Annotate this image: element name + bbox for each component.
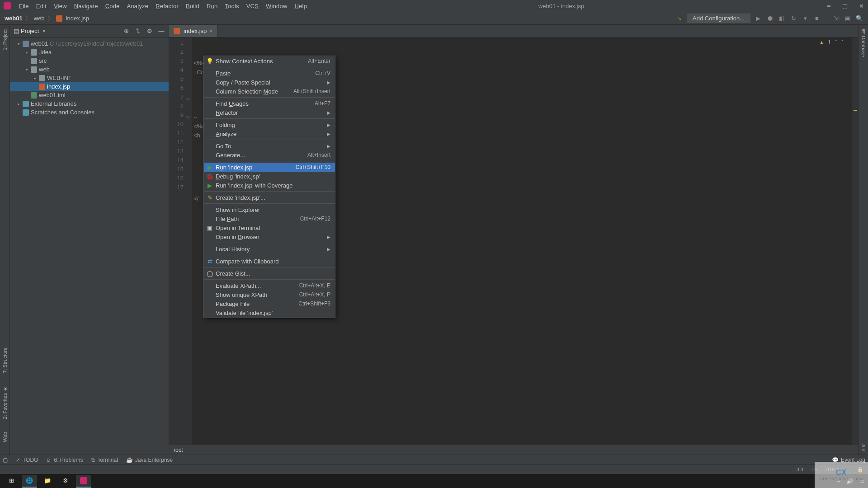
tree-row-web[interactable]: ▾web	[10, 65, 169, 74]
debug-icon: 🐞	[207, 173, 213, 179]
ctx-package-file[interactable]: Package FileCtrl+Shift+F9	[204, 299, 335, 308]
close-icon[interactable]: ✕	[858, 3, 864, 9]
marker-bar[interactable]	[852, 38, 858, 445]
ctx-open-in-browser[interactable]: Open in Browser▶	[204, 232, 335, 241]
profile-icon[interactable]: ↻	[789, 14, 797, 23]
web-tab[interactable]: Web	[1, 429, 9, 445]
ctx-find-usages[interactable]: Find UsagesAlt+F7	[204, 99, 335, 108]
ctx-show-unique-xpath[interactable]: Show unique XPathCtrl+Alt+X, P	[204, 290, 335, 299]
ctx-generate-[interactable]: Generate...Alt+Insert	[204, 150, 335, 160]
tree-row-external-libraries[interactable]: ▸External Libraries	[10, 99, 169, 108]
editor-tab-index-jsp[interactable]: index.jsp ×	[169, 25, 218, 37]
favorites-tab[interactable]: 2: Favorites ★	[1, 383, 9, 422]
hide-icon[interactable]: —	[158, 28, 165, 35]
tree-row-src[interactable]: src	[10, 56, 169, 65]
ctx-column-selection-mode[interactable]: Column Selection ModeAlt+Shift+Insert	[204, 87, 335, 96]
ctx-show-in-explorer[interactable]: Show in Explorer	[204, 205, 335, 214]
stop-icon[interactable]: ■	[813, 14, 821, 23]
ctx-open-in-terminal[interactable]: ▣Open in Terminal	[204, 223, 335, 232]
ctx-paste[interactable]: PasteCtrl+V	[204, 69, 335, 78]
ctx-analyze[interactable]: Analyze▶	[204, 129, 335, 138]
prev-highlight-icon[interactable]: ˄	[835, 39, 837, 46]
run-icon[interactable]: ▶	[754, 14, 762, 23]
project-panel-title[interactable]: ▤ Project ▼	[14, 28, 46, 34]
crumb-folder[interactable]: web	[34, 15, 45, 22]
ctx-refactor[interactable]: Refactor▶	[204, 108, 335, 117]
project-tab[interactable]: 1: Project	[1, 27, 9, 53]
inspection-widget[interactable]: ▲ 1 ˄ ˅	[819, 39, 844, 46]
menu-run[interactable]: Run	[203, 1, 221, 11]
edge-icon[interactable]: 🌐	[22, 475, 37, 488]
problems-tab[interactable]: ⦻6: Problems	[46, 457, 83, 463]
close-tab-icon[interactable]: ×	[209, 28, 213, 34]
attach-icon[interactable]: ▾	[801, 14, 809, 23]
tree-row-web01-iml[interactable]: web01.iml	[10, 91, 169, 99]
menu-analyze[interactable]: Analyze	[123, 1, 152, 11]
ctx-compare-with-clipboard[interactable]: ⇄Compare with Clipboard	[204, 257, 335, 266]
expand-icon[interactable]: ⇅	[134, 28, 142, 35]
add-configuration-button[interactable]: Add Configuration...	[687, 14, 750, 23]
menu-build[interactable]: Build	[182, 1, 203, 11]
ctx-create-gist-[interactable]: ◯Create Gist...	[204, 269, 335, 278]
tree-row-index-jsp[interactable]: index.jsp	[10, 82, 169, 91]
minimize-icon[interactable]: ━	[826, 3, 832, 9]
menu-help[interactable]: Help	[291, 1, 311, 11]
locate-icon[interactable]: ⊕	[123, 28, 130, 35]
ctx-run-index-jsp-with-coverage[interactable]: ▶Run 'index.jsp' with Coverage	[204, 181, 335, 190]
ctx-label: Copy / Paste Special	[216, 79, 270, 86]
ctx-copy-paste-special[interactable]: Copy / Paste Special▶	[204, 78, 335, 87]
ctx-go-to[interactable]: Go To▶	[204, 141, 335, 150]
debug-icon[interactable]: ⬢	[766, 14, 774, 23]
next-highlight-icon[interactable]: ˅	[841, 39, 844, 46]
todo-tab[interactable]: ✓TODO	[16, 457, 38, 463]
editor-breadcrumb[interactable]: root	[169, 445, 858, 455]
caret-position[interactable]: 3:3	[797, 467, 803, 473]
crumb-module[interactable]: web01	[5, 15, 23, 22]
ant-tab[interactable]: Ant	[860, 441, 867, 455]
ide-settings-icon[interactable]: ▣	[844, 14, 852, 23]
ctx-folding[interactable]: Folding▶	[204, 120, 335, 129]
editor-context-menu[interactable]: 💡Show Context ActionsAlt+EnterPasteCtrl+…	[203, 56, 335, 318]
build-icon[interactable]: ↘	[675, 14, 683, 23]
ctx-local-history[interactable]: Local History▶	[204, 244, 335, 253]
tree-label: web01.iml	[39, 92, 66, 99]
tree-row--idea[interactable]: ▸.idea	[10, 48, 169, 56]
ctx-show-context-actions[interactable]: 💡Show Context ActionsAlt+Enter	[204, 56, 335, 66]
menu-window[interactable]: Window	[262, 1, 291, 11]
project-tree[interactable]: ▾web01 C:\Users\ysy18\IdeaProjects\web01…	[10, 38, 169, 455]
update-icon[interactable]: ⇲	[832, 14, 840, 23]
ctx-file-path[interactable]: File PathCtrl+Alt+F12	[204, 214, 335, 223]
menu-code[interactable]: Code	[102, 1, 123, 11]
intellij-icon[interactable]	[76, 475, 91, 488]
database-tab[interactable]: 🗄 Database	[860, 27, 867, 60]
coverage-icon[interactable]: ◧	[778, 14, 786, 23]
search-everywhere-icon[interactable]: 🔍	[855, 14, 863, 23]
tool-window-button[interactable]: ▢	[3, 457, 8, 463]
ctx-validate-file-index-jsp-[interactable]: Validate file 'index.jsp'	[204, 308, 335, 317]
menu-edit[interactable]: Edit	[33, 1, 50, 11]
tree-row-scratches-and-consoles[interactable]: Scratches and Consoles	[10, 108, 169, 117]
settings-icon[interactable]: ⚙	[58, 475, 73, 488]
start-button[interactable]: ⊞	[4, 475, 19, 488]
explorer-icon[interactable]: 📁	[40, 475, 55, 488]
ctx-label: Validate file 'index.jsp'	[216, 310, 273, 316]
ctx-evaluate-xpath-[interactable]: Evaluate XPath...Ctrl+Alt+X, E	[204, 281, 335, 290]
menu-navigate[interactable]: Navigate	[71, 1, 102, 11]
gear-icon[interactable]: ⚙	[146, 28, 153, 35]
tree-row-web-inf[interactable]: ▸WEB-INF	[10, 74, 169, 82]
maximize-icon[interactable]: ▢	[842, 3, 848, 9]
ctx-debug-index-jsp-[interactable]: 🐞Debug 'index.jsp'	[204, 172, 335, 181]
menu-refactor[interactable]: Refactor	[152, 1, 182, 11]
menu-tools[interactable]: Tools	[221, 1, 242, 11]
java-ee-tab[interactable]: ☕Java Enterprise	[126, 457, 173, 463]
menu-file[interactable]: File	[15, 1, 33, 11]
tree-row-web01[interactable]: ▾web01 C:\Users\ysy18\IdeaProjects\web01	[10, 39, 169, 48]
warning-marker[interactable]	[854, 110, 857, 111]
structure-tab[interactable]: 7: Structure	[1, 345, 9, 376]
crumb-file[interactable]: index.jsp	[66, 15, 89, 22]
menu-view[interactable]: View	[50, 1, 71, 11]
terminal-tab[interactable]: ⧉Terminal	[91, 457, 118, 463]
menu-vcs[interactable]: VCS	[243, 1, 262, 11]
ctx-create-index-jsp-[interactable]: ✎Create 'index.jsp'...	[204, 193, 335, 202]
ctx-run-index-jsp-[interactable]: ▶Run 'index.jsp'Ctrl+Shift+F10	[204, 163, 335, 172]
